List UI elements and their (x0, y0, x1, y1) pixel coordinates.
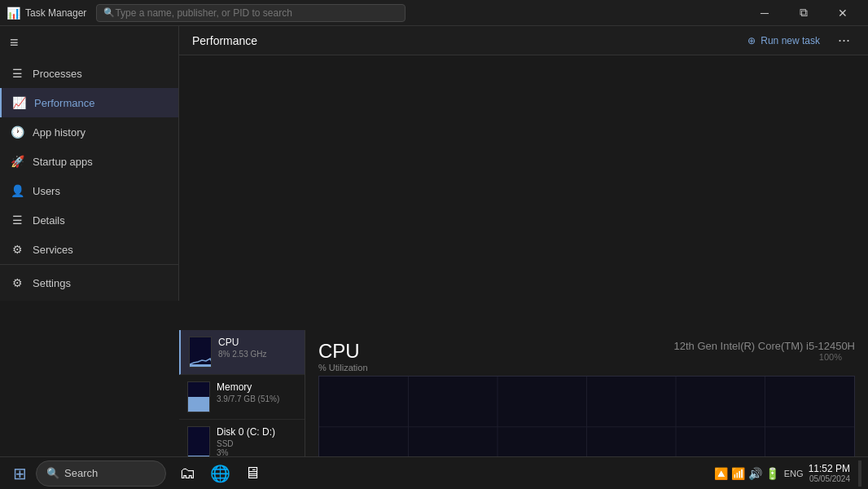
browser-icon: 🌐 (210, 464, 230, 483)
restore-button[interactable]: ⧉ (785, 0, 822, 26)
language-indicator[interactable]: ENG (784, 469, 804, 478)
performance-icon: 📈 (11, 96, 26, 109)
sidebar-item-users[interactable]: 👤 Users (0, 176, 178, 205)
app-history-icon: 🕐 (10, 126, 24, 139)
sidebar-item-processes[interactable]: ☰ Processes (0, 59, 178, 88)
graph-util-label: % Utilization (318, 363, 368, 372)
sidebar-item-label: Details (33, 214, 65, 227)
taskbar-search-bar[interactable]: 🔍 Search (36, 460, 166, 487)
volume-icon[interactable]: 🔊 (748, 467, 762, 480)
graph-title: CPU (318, 340, 368, 363)
search-input[interactable] (115, 7, 398, 19)
sidebar-header: ≡ (0, 26, 178, 59)
sidebar-item-label: Services (33, 244, 73, 256)
show-desktop-button[interactable] (858, 460, 861, 487)
resource-item-cpu[interactable]: CPU 8% 2.53 GHz (179, 330, 305, 375)
processes-icon: ☰ (10, 67, 24, 80)
toolbar: Performance ⊕ Run new task ··· (179, 26, 868, 55)
graph-header: CPU % Utilization 12th Gen Intel(R) Core… (305, 330, 868, 376)
search-icon: 🔍 (103, 7, 115, 18)
sidebar-item-performance[interactable]: 📈 Performance (0, 88, 178, 117)
run-task-button[interactable]: ⊕ Run new task (741, 32, 826, 50)
taskbar-app-taskmanager[interactable]: 🖥 (238, 459, 267, 488)
taskmanager-icon: 🖥 (244, 464, 261, 482)
sidebar-item-label: App history (33, 126, 85, 139)
users-icon: 👤 (10, 184, 24, 197)
graph-right-header: 12th Gen Intel(R) Core(TM) i5-12450H 100… (673, 340, 855, 372)
graph-title-section: CPU % Utilization (318, 340, 368, 372)
startup-icon: 🚀 (10, 155, 24, 168)
disk-mini-graph (187, 426, 210, 457)
sidebar: ≡ ☰ Processes 📈 Performance 🕐 App histor… (0, 26, 179, 301)
settings-icon: ⚙ (10, 276, 24, 289)
close-button[interactable]: ✕ (824, 0, 861, 26)
sidebar-item-label: Performance (34, 97, 94, 109)
search-bar[interactable]: 🔍 (96, 4, 406, 22)
window-controls: ─ ⧉ ✕ (746, 0, 861, 26)
taskbar-search-label: Search (64, 467, 98, 479)
taskbar-search-icon: 🔍 (46, 467, 59, 479)
services-icon: ⚙ (10, 243, 24, 256)
app-icon: 📊 (7, 7, 20, 20)
taskbar-app-browser[interactable]: 🌐 (205, 459, 235, 488)
disk-name: Disk 0 (C: D:) (217, 426, 296, 438)
memory-mini-graph (187, 381, 210, 412)
graph-max-label: 100% (673, 352, 855, 362)
resource-item-memory[interactable]: Memory 3.9/7.7 GB (51%) (179, 375, 305, 420)
titlebar: 📊 Task Manager 🔍 ─ ⧉ ✕ (0, 0, 868, 26)
sidebar-footer: ⚙ Settings (0, 264, 178, 301)
files-icon: 🗂 (179, 464, 195, 482)
disk-sub: SSD (217, 439, 296, 448)
sidebar-item-label: Processes (33, 68, 82, 80)
processor-name: 12th Gen Intel(R) Core(TM) i5-12450H (673, 340, 855, 352)
cpu-mini-graph (189, 337, 212, 368)
network-icon[interactable]: 🔼 (714, 467, 728, 480)
sidebar-item-details[interactable]: ☰ Details (0, 205, 178, 235)
memory-name: Memory (217, 381, 296, 393)
disk-info: Disk 0 (C: D:) SSD 3% (217, 426, 296, 457)
sidebar-item-services[interactable]: ⚙ Services (0, 235, 178, 264)
run-task-icon: ⊕ (747, 35, 756, 46)
run-task-label: Run new task (761, 35, 820, 46)
page-title: Performance (192, 34, 257, 47)
system-tray: 🔼 📶 🔊 🔋 (714, 467, 779, 480)
memory-info: Memory 3.9/7.7 GB (51%) (217, 381, 296, 403)
taskbar-right: 🔼 📶 🔊 🔋 ENG 11:52 PM 05/05/2024 (714, 460, 861, 487)
cpu-sub: 8% 2.53 GHz (218, 350, 296, 359)
sidebar-nav: ☰ Processes 📈 Performance 🕐 App history … (0, 59, 178, 264)
taskbar: ⊞ 🔍 Search 🗂 🌐 🖥 🔼 📶 🔊 🔋 ENG 11:52 PM 05… (0, 456, 868, 489)
sidebar-item-label: Startup apps (33, 156, 93, 168)
sidebar-item-settings[interactable]: ⚙ Settings (0, 268, 178, 297)
settings-label: Settings (33, 277, 71, 289)
time-display: 11:52 PM (809, 463, 850, 474)
cpu-name: CPU (218, 337, 296, 348)
minimize-button[interactable]: ─ (746, 0, 783, 26)
toolbar-actions: ⊕ Run new task ··· (741, 30, 855, 51)
more-button[interactable]: ··· (833, 30, 855, 51)
date-display: 05/05/2024 (809, 474, 850, 483)
cpu-info: CPU 8% 2.53 GHz (218, 337, 296, 359)
details-icon: ☰ (10, 214, 24, 227)
clock[interactable]: 11:52 PM 05/05/2024 (809, 463, 850, 483)
start-button[interactable]: ⊞ (7, 460, 33, 487)
taskbar-app-files[interactable]: 🗂 (173, 459, 202, 488)
sidebar-item-label: Users (33, 185, 60, 197)
hamburger-icon[interactable]: ≡ (10, 34, 19, 51)
wifi-tray-icon[interactable]: 📶 (731, 467, 745, 480)
start-icon: ⊞ (13, 464, 27, 483)
sidebar-item-startup-apps[interactable]: 🚀 Startup apps (0, 147, 178, 176)
battery-icon[interactable]: 🔋 (765, 467, 779, 480)
memory-sub: 3.9/7.7 GB (51%) (217, 394, 296, 403)
sidebar-item-app-history[interactable]: 🕐 App history (0, 117, 178, 147)
taskbar-apps: 🗂 🌐 🖥 (173, 459, 267, 488)
app-title: Task Manager (25, 7, 86, 19)
